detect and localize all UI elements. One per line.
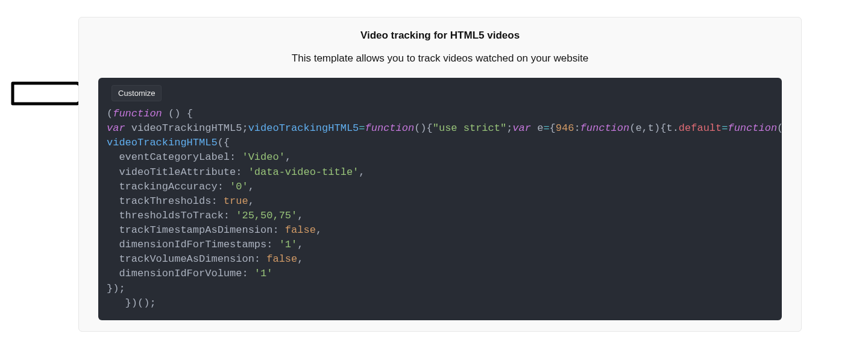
code-token: :: [272, 224, 285, 236]
code-token: '0': [230, 181, 248, 192]
code-token: [107, 195, 119, 207]
code-token: e: [531, 122, 543, 134]
code-token: ,: [285, 151, 291, 163]
code-token: false: [266, 253, 297, 265]
code-token: function: [113, 108, 162, 119]
code-token: :: [211, 195, 223, 207]
code-token: videoTrackingHTML5: [107, 137, 218, 148]
code-token: function: [580, 122, 630, 134]
card-subtitle: This template allows you to track videos…: [79, 52, 801, 65]
code-token: false: [285, 224, 316, 236]
code-token: trackingAccuracy: [119, 181, 217, 192]
code-token: ;: [506, 122, 512, 134]
code-scroll[interactable]: (function () { var videoTrackingHTML5;vi…: [98, 103, 782, 320]
code-token: 946: [556, 122, 574, 134]
code-token: ({: [218, 137, 230, 148]
code-token: ,: [248, 195, 254, 207]
code-token: [107, 210, 119, 221]
code-token: (: [107, 108, 113, 119]
code-token: '25,50,75': [236, 210, 297, 221]
template-card: Video tracking for HTML5 videos This tem…: [78, 17, 802, 332]
code-token: videoTrackingHTML5: [248, 122, 359, 134]
code-token: '1': [254, 268, 273, 279]
code-token: :: [242, 268, 254, 279]
code-token: var: [512, 122, 531, 134]
code-token: :: [230, 151, 242, 163]
code-token: =: [722, 122, 728, 134]
code-token: [107, 239, 119, 250]
code-token: function: [365, 122, 415, 134]
code-token: :: [574, 122, 580, 134]
code-token: ,: [248, 181, 254, 192]
code-token: ,: [359, 166, 365, 178]
code-token: () {: [162, 108, 193, 119]
code-token: trackTimestampAsDimension: [119, 224, 272, 236]
code-panel: Customize (function () { var videoTracki…: [98, 78, 782, 320]
code-token: (e,t){: [629, 122, 666, 134]
code-token: :: [224, 210, 236, 221]
code-token: [107, 151, 119, 163]
card-title: Video tracking for HTML5 videos: [79, 30, 801, 42]
code-token: (: [777, 122, 782, 134]
code-token: dimensionIdForVolume: [119, 268, 242, 279]
code-token: 'Video': [242, 151, 285, 163]
code-token: })();: [107, 297, 156, 309]
code-token: eventCategoryLabel: [119, 151, 230, 163]
customize-button[interactable]: Customize: [112, 85, 162, 101]
code-token: '1': [279, 239, 298, 250]
code-token: :: [218, 181, 230, 192]
code-token: {: [550, 122, 556, 134]
code-token: dimensionIdForTimestamps: [119, 239, 266, 250]
code-token: :: [266, 239, 278, 250]
code-token: (){: [414, 122, 433, 134]
code-token: videoTitleAttribute: [119, 166, 236, 178]
code-token: trackVolumeAsDimension: [119, 253, 254, 265]
code-token: });: [107, 283, 125, 294]
code-token: function: [728, 122, 777, 134]
code-token: thresholdsToTrack: [119, 210, 223, 221]
code-block: (function () { var videoTrackingHTML5;vi…: [98, 103, 782, 320]
code-token: :: [236, 166, 248, 178]
code-token: :: [254, 253, 266, 265]
code-token: .: [673, 122, 679, 134]
code-token: 'data-video-title': [248, 166, 359, 178]
code-token: [107, 224, 119, 236]
code-token: [107, 181, 119, 192]
code-token: t: [666, 122, 672, 134]
code-token: ,: [297, 210, 303, 221]
code-token: var: [107, 122, 125, 134]
code-token: trackThresholds: [119, 195, 211, 207]
code-token: ,: [297, 239, 303, 250]
code-token: [107, 268, 119, 279]
code-token: "use strict": [433, 122, 506, 134]
code-token: [107, 166, 119, 178]
page: Video tracking for HTML5 videos This tem…: [0, 0, 868, 351]
code-token: true: [224, 195, 248, 207]
code-token: [107, 253, 119, 265]
code-token: ,: [316, 224, 322, 236]
code-token: default: [679, 122, 722, 134]
code-token: =: [359, 122, 365, 134]
code-token: ,: [297, 253, 303, 265]
code-token: videoTrackingHTML5;: [125, 122, 248, 134]
code-token: =: [543, 122, 549, 134]
